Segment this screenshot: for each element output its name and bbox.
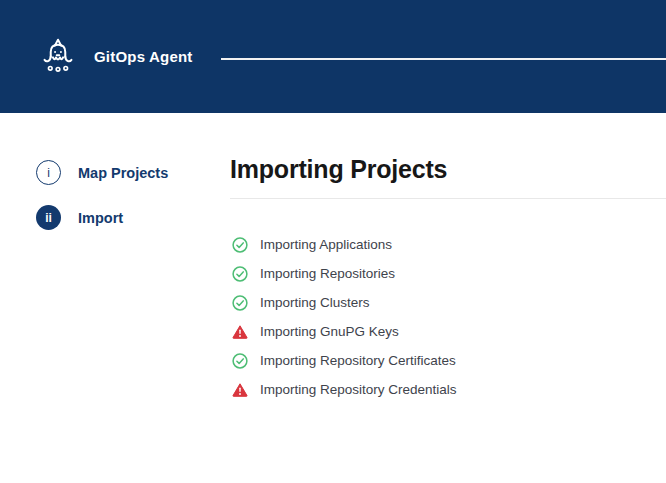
step-one-badge: i [36, 160, 61, 185]
warning-triangle-icon [232, 324, 248, 340]
import-status-row: Importing Repository Credentials [232, 375, 666, 404]
header-divider-line [221, 58, 666, 60]
warning-triangle-icon [232, 382, 248, 398]
step-two-label: Import [78, 210, 123, 226]
import-status-row: Importing Clusters [232, 288, 666, 317]
page-body: i Map Projects ii Import Importing Proje… [0, 113, 666, 483]
app-header: GitOps Agent [0, 0, 666, 113]
status-label: Importing Clusters [260, 295, 370, 310]
check-circle-icon [232, 353, 248, 369]
check-circle-icon [232, 237, 248, 253]
app-title: GitOps Agent [94, 48, 193, 65]
status-label: Importing GnuPG Keys [260, 324, 399, 339]
wizard-steps-sidebar: i Map Projects ii Import [0, 113, 230, 483]
import-status-row: Importing Applications [232, 230, 666, 259]
gitops-agent-window: GitOps Agent i Map Projects ii Import Im… [0, 0, 666, 483]
check-circle-icon [232, 266, 248, 282]
argo-octopus-icon [38, 35, 78, 79]
import-status-row: Importing Repository Certificates [232, 346, 666, 375]
import-status-row: Importing Repositories [232, 259, 666, 288]
check-circle-icon [232, 295, 248, 311]
title-divider-line [230, 198, 666, 199]
wizard-step-map-projects[interactable]: i Map Projects [36, 160, 230, 185]
step-one-numeral: i [47, 167, 50, 179]
import-status-panel: Importing Projects Importing Application… [230, 113, 666, 483]
import-status-row: Importing GnuPG Keys [232, 317, 666, 346]
status-label: Importing Repositories [260, 266, 395, 281]
status-label: Importing Repository Certificates [260, 353, 456, 368]
step-one-label: Map Projects [78, 165, 168, 181]
status-label: Importing Applications [260, 237, 392, 252]
page-title: Importing Projects [230, 155, 666, 184]
status-label: Importing Repository Credentials [260, 382, 457, 397]
step-two-badge: ii [36, 205, 61, 230]
wizard-step-import[interactable]: ii Import [36, 205, 230, 230]
import-status-list: Importing Applications Importing Reposit… [232, 230, 666, 404]
step-two-numeral: ii [45, 212, 52, 224]
